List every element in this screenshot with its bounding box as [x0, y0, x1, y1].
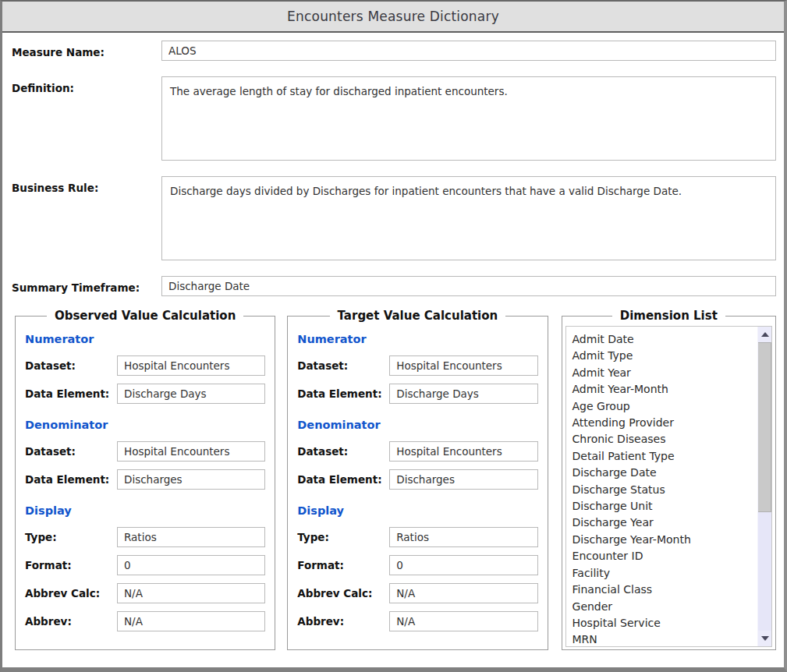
list-item[interactable]: Discharge Year — [573, 515, 757, 531]
observed-display-heading: Display — [25, 504, 265, 517]
target-numerator-dataset-row: Dataset: — [297, 355, 537, 376]
list-item[interactable]: Encounter ID — [573, 548, 757, 564]
target-denominator-heading: Denominator — [297, 419, 537, 431]
observed-denominator-element-row: Data Element: — [25, 469, 265, 490]
observed-display-format-row: Format: — [25, 555, 265, 575]
abbrev-calc-label: Abbrev Calc: — [297, 587, 389, 599]
observed-denominator-dataset-row: Dataset: — [25, 441, 265, 462]
list-item[interactable]: MRN — [573, 631, 757, 646]
target-numerator-heading: Numerator — [297, 333, 537, 345]
summary-timeframe-row: Summary Timeframe: — [12, 276, 776, 296]
target-numerator-element-input[interactable] — [389, 384, 537, 404]
observed-numerator-heading: Numerator — [25, 333, 265, 345]
measure-name-label: Measure Name: — [12, 41, 161, 58]
abbrev-label: Abbrev: — [297, 615, 389, 628]
format-label: Format: — [25, 559, 117, 571]
dataset-label: Dataset: — [297, 359, 389, 372]
list-item[interactable]: Hospital Service — [573, 615, 757, 631]
target-numerator-element-row: Data Element: — [297, 384, 537, 404]
data-element-label: Data Element: — [297, 387, 389, 400]
type-label: Type: — [25, 531, 117, 543]
dimension-list-scrollbar[interactable] — [757, 327, 771, 646]
list-item[interactable]: Gender — [573, 599, 757, 615]
observed-numerator-element-row: Data Element: — [25, 384, 265, 404]
dataset-label: Dataset: — [25, 359, 117, 372]
dimension-list-panel: Dimension List Admit DateAdmit TypeAdmit… — [562, 309, 776, 650]
definition-textarea[interactable]: The average length of stay for discharge… — [161, 76, 776, 161]
dimension-listbox[interactable]: Admit DateAdmit TypeAdmit YearAdmit Year… — [565, 326, 772, 647]
abbrev-label: Abbrev: — [25, 615, 117, 628]
observed-numerator-dataset-input[interactable] — [117, 355, 265, 376]
target-denominator-dataset-row: Dataset: — [297, 441, 537, 462]
data-element-label: Data Element: — [25, 473, 117, 486]
target-denominator-element-row: Data Element: — [297, 469, 537, 490]
target-display-abbrev-input[interactable] — [389, 611, 537, 631]
target-display-abbrev-calc-row: Abbrev Calc: — [297, 583, 537, 603]
titlebar: Encounters Measure Dictionary — [2, 2, 784, 33]
list-item[interactable]: Admit Year — [573, 365, 757, 381]
business-rule-row: Business Rule: Discharge days divided by… — [12, 176, 776, 260]
target-display-heading: Display — [297, 504, 537, 517]
observed-numerator-element-input[interactable] — [117, 384, 265, 404]
scroll-up-button[interactable] — [758, 327, 771, 342]
arrow-up-icon — [761, 332, 769, 337]
target-display-type-input[interactable] — [389, 527, 537, 547]
list-item[interactable]: Discharge Date — [573, 465, 757, 481]
scrollbar-track[interactable] — [758, 512, 771, 631]
target-value-panel: Target Value Calculation Numerator Datas… — [287, 309, 548, 650]
target-display-format-input[interactable] — [389, 555, 537, 575]
dimension-list-legend: Dimension List — [612, 309, 725, 323]
observed-value-panel: Observed Value Calculation Numerator Dat… — [15, 309, 275, 650]
list-item[interactable]: Admit Year-Month — [573, 381, 757, 398]
window-title: Encounters Measure Dictionary — [287, 9, 499, 24]
observed-display-format-input[interactable] — [117, 555, 265, 575]
definition-row: Definition: The average length of stay f… — [12, 76, 776, 161]
observed-numerator-dataset-row: Dataset: — [25, 355, 265, 376]
list-item[interactable]: Facility — [573, 565, 757, 582]
format-label: Format: — [297, 559, 389, 571]
target-display-abbrev-calc-input[interactable] — [389, 583, 537, 603]
dataset-label: Dataset: — [297, 445, 389, 458]
target-value-legend: Target Value Calculation — [330, 309, 506, 323]
list-item[interactable]: Admit Type — [573, 348, 757, 364]
arrow-down-icon — [761, 636, 769, 641]
observed-denominator-element-input[interactable] — [117, 469, 265, 490]
measure-name-input[interactable] — [161, 41, 776, 61]
abbrev-calc-label: Abbrev Calc: — [25, 587, 117, 599]
list-item[interactable]: Discharge Unit — [573, 498, 757, 515]
calculation-panels: Observed Value Calculation Numerator Dat… — [15, 309, 776, 650]
list-item[interactable]: Discharge Year-Month — [573, 532, 757, 548]
scrollbar-thumb[interactable] — [758, 342, 771, 512]
target-display-type-row: Type: — [297, 527, 537, 547]
type-label: Type: — [297, 531, 389, 543]
business-rule-textarea[interactable]: Discharge days divided by Discharges for… — [161, 176, 776, 260]
target-denominator-dataset-input[interactable] — [389, 441, 537, 462]
observed-display-abbrev-input[interactable] — [117, 611, 265, 631]
target-display-format-row: Format: — [297, 555, 537, 575]
observed-display-type-row: Type: — [25, 527, 265, 547]
dialog-content: Measure Name: Definition: The average le… — [2, 33, 784, 667]
list-item[interactable]: Age Group — [573, 398, 757, 415]
observed-display-abbrev-calc-row: Abbrev Calc: — [25, 583, 265, 603]
data-element-label: Data Element: — [297, 473, 389, 486]
target-denominator-element-input[interactable] — [389, 469, 537, 490]
measure-name-row: Measure Name: — [12, 41, 776, 61]
observed-denominator-dataset-input[interactable] — [117, 441, 265, 462]
observed-display-abbrev-calc-input[interactable] — [117, 583, 265, 603]
list-item[interactable]: Admit Date — [573, 331, 757, 348]
scroll-down-button[interactable] — [758, 631, 771, 646]
target-numerator-dataset-input[interactable] — [389, 355, 537, 376]
definition-label: Definition: — [12, 76, 161, 94]
target-display-abbrev-row: Abbrev: — [297, 611, 537, 631]
data-element-label: Data Element: — [25, 387, 117, 400]
observed-display-abbrev-row: Abbrev: — [25, 611, 265, 631]
list-item[interactable]: Financial Class — [573, 582, 757, 598]
summary-timeframe-input[interactable] — [161, 276, 776, 296]
list-item[interactable]: Discharge Status — [573, 482, 757, 498]
observed-denominator-heading: Denominator — [25, 419, 265, 431]
observed-display-type-input[interactable] — [117, 527, 265, 547]
list-item[interactable]: Attending Provider — [573, 415, 757, 431]
summary-timeframe-label: Summary Timeframe: — [12, 276, 161, 294]
list-item[interactable]: Chronic Diseases — [573, 431, 757, 447]
list-item[interactable]: Detail Patient Type — [573, 448, 757, 465]
